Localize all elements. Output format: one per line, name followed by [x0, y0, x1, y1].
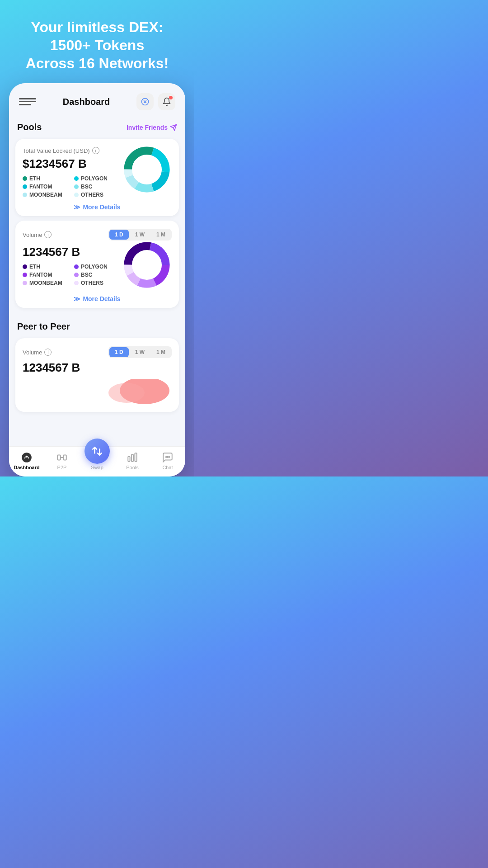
legend-bsc: BSC [74, 184, 122, 190]
header-icons [136, 93, 175, 110]
volume-card: Volume i 1 D 1 W 1 M 1234567 B ETH [15, 221, 179, 308]
tab-1w[interactable]: 1 W [130, 230, 150, 240]
tab-1m[interactable]: 1 M [151, 230, 171, 240]
svg-rect-21 [57, 455, 61, 460]
svg-point-16 [133, 251, 161, 279]
volume-label: Volume i [23, 231, 52, 238]
pools-section-header: Pools Invite Friends [9, 116, 185, 136]
volume-tab-switcher: 1 D 1 W 1 M [108, 229, 172, 241]
svg-point-27 [166, 456, 167, 457]
menu-button[interactable] [19, 93, 36, 110]
svg-rect-24 [128, 456, 130, 461]
svg-point-18 [108, 383, 145, 403]
nav-dashboard-label: Dashboard [14, 465, 39, 470]
svg-point-29 [169, 456, 169, 457]
volume-info-icon[interactable]: i [44, 231, 52, 238]
nav-pools-label: Pools [126, 465, 139, 470]
vol-legend-eth: ETH [23, 264, 70, 270]
vol-legend-bsc: BSC [74, 272, 122, 278]
tvl-card: Total Value Locked (USD) i $1234567 B ET… [15, 139, 179, 216]
nav-p2p-label: P2P [57, 465, 67, 470]
svg-point-20 [26, 455, 28, 457]
nav-dashboard[interactable]: Dashboard [9, 452, 44, 470]
svg-point-8 [133, 156, 161, 184]
page-title: Dashboard [63, 97, 110, 107]
bottom-navigation: Dashboard P2P Swap Pools [9, 446, 185, 476]
pools-title: Pools [17, 122, 42, 132]
volume-legend: ETH POLYGON FANTOM BSC [23, 264, 122, 286]
p2p-volume-info-icon[interactable]: i [44, 349, 52, 356]
swap-icon-button[interactable] [136, 93, 154, 110]
phone-card: Dashboard Pools Invite Friends [9, 83, 185, 476]
nav-p2p[interactable]: P2P [44, 452, 80, 470]
p2p-tab-1w[interactable]: 1 W [130, 347, 150, 357]
nav-chat[interactable]: Chat [150, 452, 185, 470]
p2p-section: Peer to Peer Volume i 1 D 1 W 1 M 123456… [9, 311, 185, 412]
vol-legend-polygon: POLYGON [74, 264, 122, 270]
notification-button[interactable] [158, 93, 175, 110]
volume-value: 1234567 B [23, 245, 122, 259]
legend-fantom: FANTOM [23, 184, 70, 190]
p2p-section-header: Peer to Peer [9, 315, 185, 335]
vol-legend-others: OTHERS [74, 280, 122, 286]
svg-point-28 [167, 456, 168, 457]
vol-legend-fantom: FANTOM [23, 272, 70, 278]
nav-swap-label: Swap [91, 465, 103, 470]
invite-friends-button[interactable]: Invite Friends [127, 124, 177, 131]
tvl-more-details[interactable]: ≫ More Details [23, 203, 172, 211]
tvl-value: $1234567 B [23, 157, 122, 171]
legend-eth: ETH [23, 175, 70, 182]
nav-swap[interactable]: Swap [80, 451, 115, 470]
p2p-tab-1d[interactable]: 1 D [109, 347, 129, 357]
tvl-label: Total Value Locked (USD) i [23, 147, 122, 154]
p2p-tab-1m[interactable]: 1 M [151, 347, 171, 357]
legend-polygon: POLYGON [74, 175, 122, 182]
content-scroll: Pools Invite Friends Total Value Locked … [9, 116, 185, 446]
hero-title: Your limitless DEX: 1500+ Tokens Across … [14, 18, 181, 72]
tvl-legend: ETH POLYGON FANTOM BSC [23, 175, 122, 198]
p2p-volume-card: Volume i 1 D 1 W 1 M 1234567 B [15, 338, 179, 412]
svg-rect-22 [63, 455, 66, 460]
svg-rect-25 [131, 454, 133, 461]
p2p-volume-label: Volume i [23, 349, 52, 356]
tvl-info-icon[interactable]: i [92, 147, 99, 154]
p2p-volume-value: 1234567 B [23, 361, 172, 375]
legend-moonbeam: MOONBEAM [23, 192, 70, 198]
volume-donut-chart [122, 240, 172, 290]
p2p-volume-tab-switcher: 1 D 1 W 1 M [108, 346, 172, 358]
nav-pools[interactable]: Pools [115, 452, 150, 470]
notification-dot [169, 96, 173, 99]
swap-fab-button[interactable] [84, 439, 110, 464]
svg-rect-26 [135, 453, 136, 461]
legend-others: OTHERS [74, 192, 122, 198]
tvl-donut-chart [122, 145, 172, 194]
nav-chat-label: Chat [162, 465, 173, 470]
hero-section: Your limitless DEX: 1500+ Tokens Across … [0, 0, 194, 83]
tab-1d[interactable]: 1 D [109, 230, 129, 240]
p2p-title: Peer to Peer [17, 321, 70, 332]
app-header: Dashboard [9, 83, 185, 116]
p2p-chart-partial [23, 379, 172, 406]
volume-more-details[interactable]: ≫ More Details [23, 295, 172, 302]
vol-legend-moonbeam: MOONBEAM [23, 280, 70, 286]
